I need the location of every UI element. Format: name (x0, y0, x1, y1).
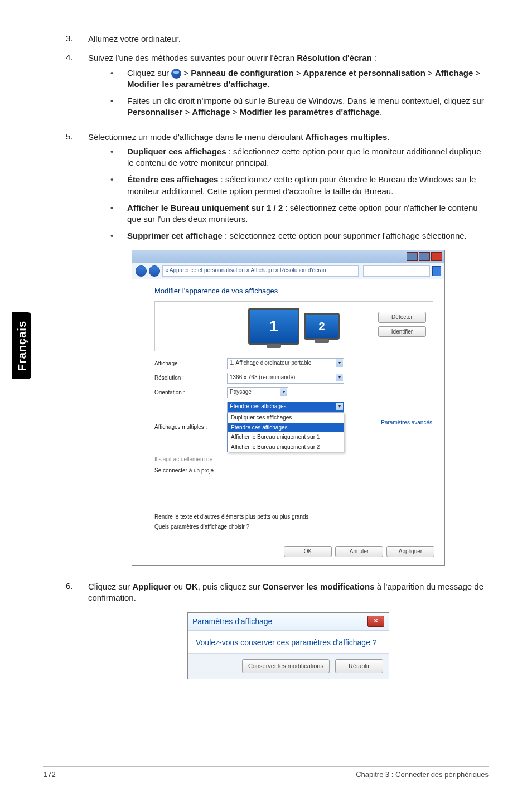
chapter-label: Chapitre 3 : Connecter des périphériques (356, 770, 489, 779)
search-input[interactable] (363, 265, 430, 277)
label-resolution: Résolution : (154, 374, 221, 382)
step-5-bullet-2: Étendre ces affichages : sélectionnez ce… (127, 174, 489, 197)
bullet-icon: • (110, 202, 127, 214)
bullet-icon: • (110, 146, 127, 157)
chevron-down-icon: ▾ (336, 403, 343, 410)
step-5-bullet-3: Afficher le Bureau uniquement sur 1 / 2 … (127, 202, 489, 225)
select-orientation[interactable]: Paysage▾ (227, 387, 288, 398)
screenshot-confirm-dialog: Paramètres d'affichage × Voulez-vous con… (187, 612, 389, 679)
step-5-bullet-4: Supprimer cet affichage : sélectionnez c… (127, 230, 489, 241)
step-4-bullet-2: Faites un clic droit n'importe où sur le… (127, 95, 489, 118)
cancel-button[interactable]: Annuler (335, 546, 383, 557)
advanced-settings-link[interactable]: Paramètres avancés (381, 419, 432, 427)
monitor-2[interactable]: 2 (304, 313, 340, 340)
label-display: Affichage : (154, 360, 221, 368)
bullet-icon: • (110, 67, 127, 79)
note-connect[interactable]: Se connecter à un proje (154, 467, 221, 475)
confirm-question: Voulez-vous conserver ces paramètres d'a… (196, 637, 381, 648)
chevron-down-icon: ▾ (336, 359, 343, 367)
chevron-down-icon: ▾ (336, 374, 343, 381)
search-button[interactable] (432, 266, 441, 276)
label-orientation: Orientation : (154, 389, 221, 397)
window-min-button[interactable] (407, 252, 418, 261)
dropdown-option[interactable]: Dupliquer ces affichages (228, 413, 344, 423)
step-6-number: 6. (66, 581, 88, 591)
label-multiple-displays: Affichages multiples : (154, 423, 221, 431)
step-4-number: 4. (66, 52, 88, 62)
make-text-link[interactable]: Rendre le texte et d'autres éléments plu… (154, 513, 433, 521)
step-5-intro: Sélectionnez un mode d'affichage dans le… (88, 132, 389, 142)
dropdown-option[interactable]: Afficher le Bureau uniquement sur 2 (228, 442, 344, 452)
select-resolution[interactable]: 1366 x 768 (recommandé)▾ (227, 373, 344, 384)
windows-start-icon (171, 69, 181, 79)
step-3-text: Allumez votre ordinateur. (88, 33, 489, 45)
note-current: Il s'agit actuellement de (154, 456, 221, 463)
nav-back-button[interactable] (136, 265, 147, 277)
page-footer: 172 Chapitre 3 : Connecter des périphéri… (43, 766, 489, 779)
bullet-icon: • (110, 230, 127, 241)
which-settings-link[interactable]: Quels paramètres d'affichage choisir ? (154, 523, 433, 531)
apply-button[interactable]: Appliquer (386, 546, 434, 557)
keep-changes-button[interactable]: Conserver les modifications (242, 659, 330, 673)
step-4-intro: Suivez l'une des méthodes suivantes pour… (88, 53, 376, 62)
select-display[interactable]: 1. Affichage d'ordinateur portable▾ (227, 358, 344, 369)
nav-forward-button[interactable] (149, 265, 160, 277)
multiple-displays-dropdown: Dupliquer ces affichages Étendre ces aff… (227, 412, 344, 452)
dropdown-option[interactable]: Étendre ces affichages (228, 423, 344, 433)
step-6-text: Cliquez sur Appliquer ou OK, puis clique… (88, 581, 489, 679)
window-titlebar (132, 250, 444, 263)
step-4-bullet-1: Cliquez sur > Panneau de configuration >… (127, 67, 489, 90)
screenshot-resolution-dialog: « Apparence et personnalisation » Affich… (132, 250, 445, 566)
language-tab-label: Français (16, 321, 28, 371)
close-button[interactable]: × (367, 616, 384, 627)
language-tab: Français (12, 312, 31, 379)
address-bar: « Apparence et personnalisation » Affich… (132, 263, 444, 279)
detect-button[interactable]: Détecter (378, 312, 426, 323)
dialog-heading: Modifier l'apparence de vos affichages (154, 286, 433, 296)
select-multiple-displays[interactable]: Étendre ces affichages▾ (227, 402, 344, 413)
window-close-button[interactable] (431, 252, 442, 261)
monitor-1[interactable]: 1 (248, 308, 299, 345)
dialog-title: Paramètres d'affichage (192, 617, 272, 626)
revert-button[interactable]: Rétablir (335, 659, 383, 673)
page-number: 172 (43, 770, 56, 779)
step-5-number: 5. (66, 132, 88, 141)
ok-button[interactable]: OK (284, 546, 332, 557)
dropdown-option[interactable]: Afficher le Bureau uniquement sur 1 (228, 432, 344, 442)
bullet-icon: • (110, 95, 127, 107)
chevron-down-icon: ▾ (280, 388, 287, 396)
window-max-button[interactable] (419, 252, 430, 261)
bullet-icon: • (110, 174, 127, 185)
step-3-number: 3. (66, 33, 88, 43)
monitor-preview: 1 2 Détecter Identifier (154, 301, 433, 351)
identify-button[interactable]: Identifier (378, 326, 426, 337)
breadcrumb[interactable]: « Apparence et personnalisation » Affich… (162, 265, 359, 277)
dialog-titlebar: Paramètres d'affichage × (188, 613, 389, 631)
step-5-bullet-1: Dupliquer ces affichages : sélectionnez … (127, 146, 489, 169)
